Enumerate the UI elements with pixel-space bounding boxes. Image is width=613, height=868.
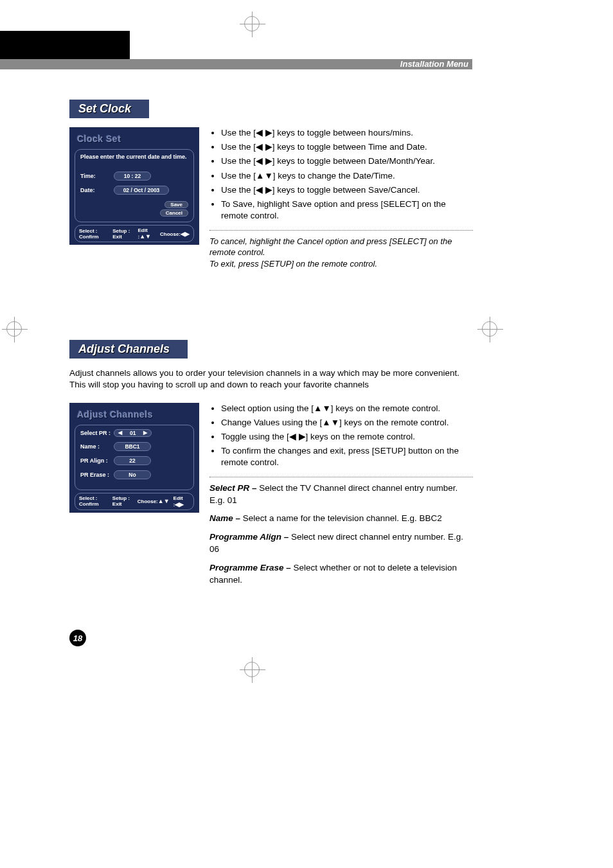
list-item: Use the [◀ ▶] keys to toggle between hou… [221, 127, 473, 139]
footer-choose: Choose:◀▶ [160, 231, 190, 237]
right-arrow-icon[interactable]: ▶ [141, 430, 150, 436]
osd-footer: Select : Confirm Setup : Exit Edit :▲▼ C… [75, 225, 194, 242]
note-cancel: To cancel, highlight the Cancel option a… [209, 236, 473, 258]
time-label: Time: [80, 173, 114, 179]
adjust-channels-intro: Adjust channels allows you to order your… [69, 368, 473, 391]
footer-select: Select : Confirm [79, 228, 109, 240]
date-label: Date: [80, 187, 114, 193]
footer-edit: Edit :◀▶ [173, 495, 190, 508]
section-tab-set-clock: Set Clock [69, 100, 149, 118]
set-clock-instructions: Use the [◀ ▶] keys to toggle between hou… [209, 127, 473, 222]
note-exit: To exit, press [SETUP] on the remote con… [209, 258, 473, 270]
cancel-button[interactable]: Cancel [160, 209, 188, 217]
list-item: To confirm the changes and exit, press [… [221, 445, 473, 468]
osd-title: Adjust Channels [75, 408, 194, 423]
osd-message: Please enter the current date and time. [80, 154, 188, 160]
footer-edit: Edit :▲▼ [138, 227, 156, 240]
page-number-badge: 18 [69, 630, 86, 646]
left-arrow-icon[interactable]: ◀ [116, 430, 125, 436]
osd-title: Clock Set [75, 132, 194, 148]
date-value[interactable]: 02 / Oct / 2003 [114, 186, 169, 195]
adjust-channels-instructions: Select option using the [▲▼] keys on the… [209, 403, 473, 469]
list-item: Use the [◀ ▶] keys to toggle between Dat… [221, 155, 473, 167]
footer-choose: Choose:▲▼ [138, 498, 170, 504]
divider [209, 230, 473, 231]
time-value[interactable]: 10 : 22 [114, 172, 151, 181]
select-pr-value: 01 [125, 430, 141, 436]
def-select-pr: Select PR – Select the TV Channel direct… [209, 483, 473, 507]
select-pr-label: Select PR : [80, 430, 114, 436]
pr-erase-value[interactable]: No [114, 470, 151, 479]
def-programme-align: Programme Align – Select new direct chan… [209, 531, 473, 556]
crop-mark-bottom [244, 662, 260, 677]
crop-mark-top [244, 16, 260, 31]
pr-align-value[interactable]: 22 [114, 456, 151, 465]
list-item: Use the [▲▼] keys to change the Date/Tim… [221, 170, 473, 182]
header-title: Installation Menu [400, 59, 468, 69]
divider [209, 477, 473, 477]
pr-erase-label: PR Erase : [80, 472, 114, 478]
crop-mark-left [6, 321, 22, 337]
list-item: Toggle using the [◀ ▶] keys on the remot… [221, 431, 473, 443]
section-tab-adjust-channels: Adjust Channels [69, 340, 188, 359]
def-name: Name – Select a name for the television … [209, 513, 473, 525]
list-item: Use the [◀ ▶] keys to toggle between Tim… [221, 141, 473, 153]
list-item: Select option using the [▲▼] keys on the… [221, 403, 473, 414]
list-item: Use the [◀ ▶] keys to toggle between Sav… [221, 184, 473, 196]
select-pr-spinner[interactable]: ◀ 01 ▶ [114, 429, 152, 437]
osd-footer: Select : Confirm Setup : Exit Choose:▲▼ … [75, 493, 194, 510]
osd-clock-set: Clock Set Please enter the current date … [69, 127, 199, 245]
osd-adjust-channels: Adjust Channels Select PR : ◀ 01 ▶ Name … [69, 403, 199, 513]
name-label: Name : [80, 443, 114, 450]
list-item: To Save, highlight Save option and press… [221, 199, 473, 222]
list-item: Change Values using the [▲▼] keys on the… [221, 417, 473, 429]
pr-align-label: PR Align : [80, 457, 114, 464]
footer-setup: Setup : Exit [112, 228, 134, 240]
def-programme-erase: Programme Erase – Select whether or not … [209, 562, 473, 587]
footer-select: Select : Confirm [79, 495, 109, 507]
save-button[interactable]: Save [164, 201, 188, 208]
crop-mark-right [482, 321, 497, 337]
name-value[interactable]: BBC1 [114, 442, 151, 451]
footer-setup: Setup : Exit [112, 495, 134, 507]
